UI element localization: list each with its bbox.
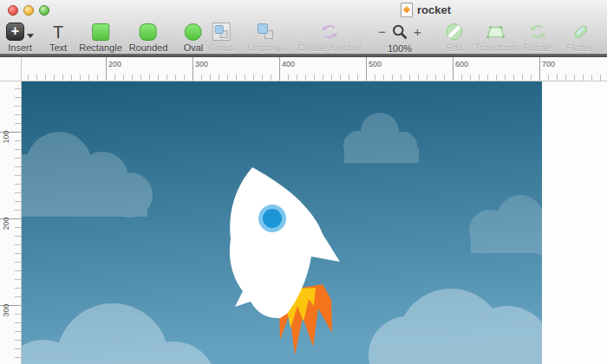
text-label: Text xyxy=(49,42,67,53)
zoom-out-button[interactable]: − xyxy=(378,23,386,41)
ruler-tick xyxy=(54,75,55,81)
ruler-tick xyxy=(565,75,566,81)
window-title: rocket xyxy=(417,3,451,16)
ruler-tick xyxy=(15,210,21,211)
ruler-tick xyxy=(262,75,263,81)
ruler-tick xyxy=(158,75,159,81)
ruler-tick xyxy=(435,75,436,81)
window-header[interactable]: rocket + Insert T Text Rectangle Rounded xyxy=(0,0,607,54)
create-symbol-button[interactable]: Create Symbol xyxy=(298,22,362,53)
ruler-tick xyxy=(15,331,21,332)
ruler-tick xyxy=(15,123,21,124)
ruler-tick xyxy=(15,236,21,237)
ruler-tick xyxy=(15,357,21,358)
rotate-icon xyxy=(528,23,546,41)
ruler-tick xyxy=(253,75,254,81)
ruler-tick xyxy=(245,75,245,81)
ruler-tick xyxy=(15,340,21,341)
ruler-tick xyxy=(305,75,306,81)
zoom-window-button[interactable] xyxy=(39,5,49,16)
magnifier-icon[interactable] xyxy=(391,23,408,41)
flatten-button[interactable]: Flatten xyxy=(566,22,596,53)
text-tool-button[interactable]: T Text xyxy=(49,22,67,53)
ruler-tick xyxy=(323,75,323,81)
oval-label: Oval xyxy=(184,42,204,53)
oval-tool-button[interactable]: Oval xyxy=(184,22,204,53)
ruler-tick xyxy=(401,75,401,81)
close-window-button[interactable] xyxy=(8,5,18,16)
ruler-label: 500 xyxy=(369,60,382,68)
flatten-icon xyxy=(571,23,590,41)
rectangle-icon xyxy=(92,23,109,41)
ruler-tick xyxy=(496,75,497,81)
ruler-tick xyxy=(314,75,315,81)
vertical-ruler[interactable]: 100200300 xyxy=(0,81,22,364)
ruler-tick xyxy=(427,75,428,81)
ruler-tick xyxy=(15,253,21,254)
transform-button[interactable]: Transform xyxy=(474,22,518,53)
ruler-tick xyxy=(15,322,21,323)
edit-label: Edit xyxy=(447,42,463,53)
ruler-tick xyxy=(340,75,341,81)
rounded-rect-icon xyxy=(140,23,157,41)
ruler-tick xyxy=(62,75,63,81)
canvas-area[interactable] xyxy=(22,81,607,364)
ruler-tick xyxy=(132,75,133,81)
ruler-major-tick xyxy=(279,57,280,81)
ruler-tick xyxy=(210,75,211,81)
ruler-tick xyxy=(357,75,358,81)
ruler-tick xyxy=(15,140,21,141)
ruler-tick xyxy=(15,192,21,193)
ruler-tick xyxy=(15,166,21,167)
rotate-button[interactable]: Rotate xyxy=(524,22,552,53)
ruler-tick xyxy=(383,75,384,81)
ruler-tick xyxy=(557,75,558,81)
ruler-tick xyxy=(184,75,185,81)
ruler-tick xyxy=(15,201,21,202)
zoom-cluster: − + 100% xyxy=(378,22,421,54)
ruler-tick xyxy=(166,75,167,81)
ruler-tick xyxy=(36,75,37,81)
ruler-tick xyxy=(15,314,21,315)
ruler-tick xyxy=(349,75,349,81)
ruler-tick xyxy=(140,75,141,81)
ruler-tick xyxy=(574,75,575,81)
ruler-tick xyxy=(487,75,488,81)
group-button[interactable]: Group xyxy=(208,22,235,53)
minimize-window-button[interactable] xyxy=(23,5,34,16)
ruler-tick xyxy=(45,75,46,81)
ruler-tick xyxy=(392,75,393,81)
ruler-tick xyxy=(175,75,176,81)
plus-icon: + xyxy=(6,23,24,41)
edit-icon xyxy=(446,23,464,41)
ruler-tick xyxy=(80,75,81,81)
ruler-tick xyxy=(15,149,21,150)
zoom-in-button[interactable]: + xyxy=(414,23,421,41)
ruler-tick xyxy=(15,227,21,228)
rounded-tool-button[interactable]: Rounded xyxy=(129,22,168,53)
ruler-tick xyxy=(271,75,271,81)
ruler-tick xyxy=(583,75,584,81)
ruler-tick xyxy=(461,75,462,81)
ruler-label: 200 xyxy=(108,60,121,68)
ruler-tick xyxy=(71,75,72,81)
ruler-tick xyxy=(236,75,237,81)
rectangle-tool-button[interactable]: Rectangle xyxy=(79,22,122,53)
ruler-tick xyxy=(15,348,21,349)
ruler-tick xyxy=(331,75,332,81)
ruler-tick xyxy=(28,75,29,81)
porthole-glass xyxy=(263,209,282,228)
ruler-label: 600 xyxy=(455,60,468,68)
ungroup-button[interactable]: Ungroup xyxy=(247,22,284,53)
rounded-label: Rounded xyxy=(129,42,168,53)
insert-button[interactable]: + Insert xyxy=(6,22,34,53)
ruler-tick xyxy=(418,75,419,81)
zoom-level: 100% xyxy=(388,43,412,54)
app-window: rocket + Insert T Text Rectangle Rounded xyxy=(0,0,607,364)
symbol-arrows-icon xyxy=(320,23,338,41)
ruler-tick xyxy=(219,75,219,81)
rocket-artboard[interactable] xyxy=(22,81,542,364)
edit-button[interactable]: Edit xyxy=(446,22,464,53)
ruler-tick xyxy=(522,75,523,81)
horizontal-ruler[interactable]: 200300400500600700 xyxy=(22,57,607,81)
